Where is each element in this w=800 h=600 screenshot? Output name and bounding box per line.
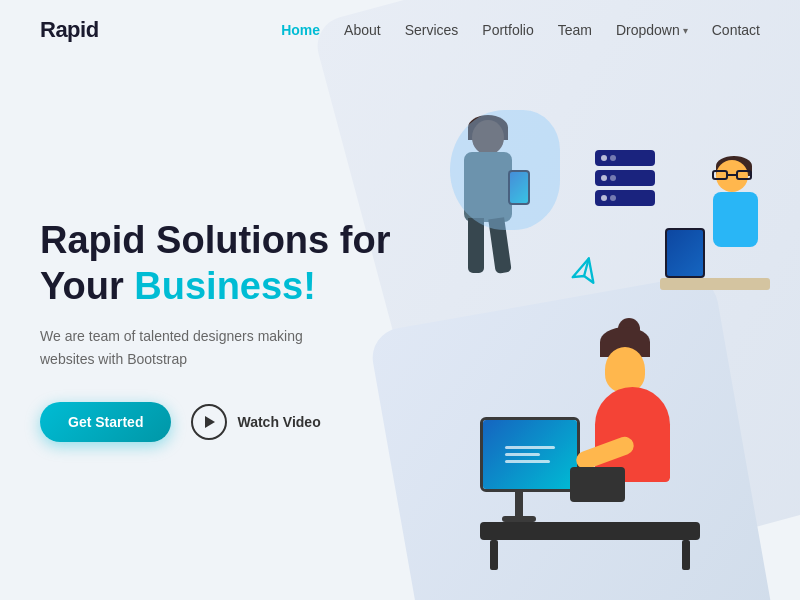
hero-buttons: Get Started Watch Video <box>40 402 390 442</box>
sit-glass-bridge <box>728 174 736 176</box>
hero-section: Rapid Solutions for Your Business! We ar… <box>0 60 800 600</box>
nav-item-team[interactable]: Team <box>558 22 592 38</box>
desk-leg-right <box>682 540 690 570</box>
server-unit-1 <box>595 150 655 166</box>
server-unit-2 <box>595 170 655 186</box>
sit-glasses-icon <box>712 170 752 182</box>
desk <box>480 522 700 540</box>
hero-title: Rapid Solutions for Your Business! <box>40 218 390 309</box>
brand-logo[interactable]: Rapid <box>40 17 99 43</box>
dropdown-label: Dropdown <box>616 22 680 38</box>
hero-illustration <box>320 60 800 600</box>
hero-content: Rapid Solutions for Your Business! We ar… <box>40 218 390 442</box>
hero-title-highlight: Business! <box>134 265 316 307</box>
drawing-tablet <box>570 467 625 502</box>
monitor <box>480 417 580 492</box>
monitor-lines <box>497 438 563 471</box>
server-dot-4 <box>610 175 616 181</box>
sit-glass-right <box>736 170 752 180</box>
hero-title-line1: Rapid Solutions for <box>40 219 390 261</box>
desk-leg-left <box>490 540 498 570</box>
nav-item-portfolio[interactable]: Portfolio <box>482 22 533 38</box>
get-started-button[interactable]: Get Started <box>40 402 171 442</box>
watch-video-button[interactable]: Watch Video <box>191 404 320 440</box>
navbar: Rapid Home About Services Portfolio Team… <box>0 0 800 60</box>
figure-main-woman <box>460 260 720 540</box>
woman-head <box>605 347 645 392</box>
server-dot-6 <box>610 195 616 201</box>
server-dot-2 <box>610 155 616 161</box>
nav-links: Home About Services Portfolio Team Dropd… <box>281 21 760 39</box>
server-icon <box>595 150 655 210</box>
monitor-line-3 <box>505 460 550 463</box>
play-triangle-icon <box>205 416 215 428</box>
nav-item-about[interactable]: About <box>344 22 381 38</box>
hero-subtitle: We are team of talented designers making… <box>40 325 340 370</box>
server-unit-3 <box>595 190 655 206</box>
nav-item-dropdown[interactable]: Dropdown ▾ <box>616 22 688 38</box>
hero-title-line2-plain: Your <box>40 265 134 307</box>
chevron-down-icon: ▾ <box>683 25 688 36</box>
play-circle-icon <box>191 404 227 440</box>
monitor-screen <box>483 420 577 489</box>
server-dot-3 <box>601 175 607 181</box>
nav-item-services[interactable]: Services <box>405 22 459 38</box>
monitor-line-1 <box>505 446 555 449</box>
server-dot-5 <box>601 195 607 201</box>
watch-video-label: Watch Video <box>237 414 320 430</box>
sit-glass-left <box>712 170 728 180</box>
monitor-line-2 <box>505 453 540 456</box>
nav-item-home[interactable]: Home <box>281 22 320 38</box>
blue-blob-shape <box>450 110 560 230</box>
nav-item-contact[interactable]: Contact <box>712 22 760 38</box>
server-dot <box>601 155 607 161</box>
woman-figure <box>580 322 690 522</box>
sit-body <box>713 192 758 247</box>
